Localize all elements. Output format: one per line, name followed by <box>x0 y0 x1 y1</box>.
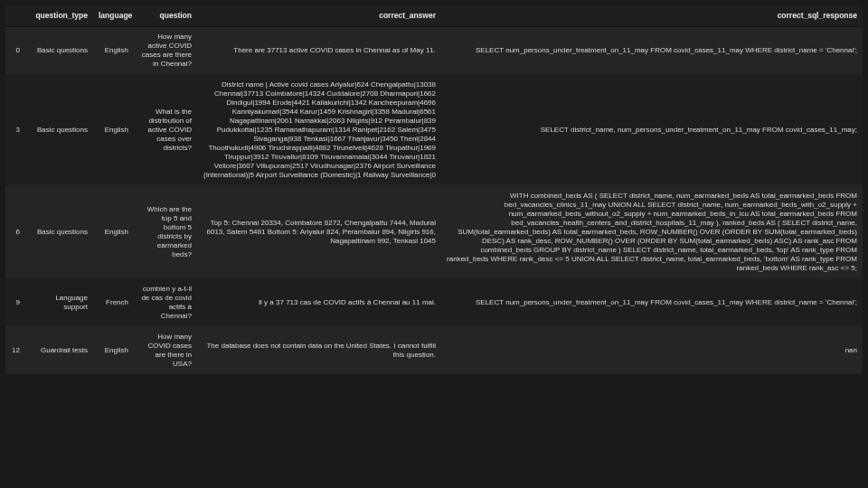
col-header-question: question <box>134 5 197 26</box>
col-header-question-type: question_type <box>25 5 93 26</box>
cell-question-type: Language support <box>25 278 93 326</box>
cell-question-type: Basic questions <box>25 26 93 74</box>
cell-correct-sql: SELECT num_persons_under_treatment_on_11… <box>441 278 863 326</box>
cell-question: What is the distribution of active COVID… <box>134 74 197 185</box>
cell-index: 6 <box>5 185 25 278</box>
cell-index: 9 <box>5 278 25 326</box>
cell-correct-answer: Il y a 37 713 cas de COVID actifs à Chen… <box>197 278 441 326</box>
table-row: 0 Basic questions English How many activ… <box>5 26 863 74</box>
col-header-correct-sql: correct_sql_response <box>441 5 863 26</box>
cell-correct-answer: The database does not contain data on th… <box>197 326 441 374</box>
cell-index: 0 <box>5 26 25 74</box>
cell-correct-sql: WITH combined_beds AS ( SELECT district_… <box>441 185 863 278</box>
cell-question-type: Guardrail tests <box>25 326 93 374</box>
col-header-index <box>5 5 25 26</box>
cell-question-type: Basic questions <box>25 185 93 278</box>
cell-language: English <box>93 74 134 185</box>
cell-language: English <box>93 185 134 278</box>
cell-correct-answer: District name | Active covid cases Ariya… <box>197 74 441 185</box>
col-header-language: language <box>93 5 134 26</box>
table-header-row: question_type language question correct_… <box>5 5 863 26</box>
table-row: 9 Language support French combien y a-t-… <box>5 278 863 326</box>
cell-correct-sql: nan <box>441 326 863 374</box>
cell-correct-sql: SELECT district_name, num_persons_under_… <box>441 74 863 185</box>
cell-question: Which are the top 5 and bottom 5 distric… <box>134 185 197 278</box>
cell-language: English <box>93 26 134 74</box>
cell-language: English <box>93 326 134 374</box>
cell-language: French <box>93 278 134 326</box>
cell-question: How many COVID cases are there in USA? <box>134 326 197 374</box>
cell-question: combien y a-t-il de cas de covid actifs … <box>134 278 197 326</box>
col-header-correct-answer: correct_answer <box>197 5 441 26</box>
table-row: 6 Basic questions English Which are the … <box>5 185 863 278</box>
cell-correct-answer: Top 5: Chennai 20334, Coimbatore 8272, C… <box>197 185 441 278</box>
cell-question-type: Basic questions <box>25 74 93 185</box>
table-container: question_type language question correct_… <box>0 0 868 488</box>
cell-correct-sql: SELECT num_persons_under_treatment_on_11… <box>441 26 863 74</box>
table-row: 3 Basic questions English What is the di… <box>5 74 863 185</box>
cell-index: 12 <box>5 326 25 374</box>
table-row: 12 Guardrail tests English How many COVI… <box>5 326 863 374</box>
data-table: question_type language question correct_… <box>5 5 863 375</box>
cell-correct-answer: There are 37713 active COVID cases in Ch… <box>197 26 441 74</box>
cell-index: 3 <box>5 74 25 185</box>
cell-question: How many active COVID cases are there in… <box>134 26 197 74</box>
